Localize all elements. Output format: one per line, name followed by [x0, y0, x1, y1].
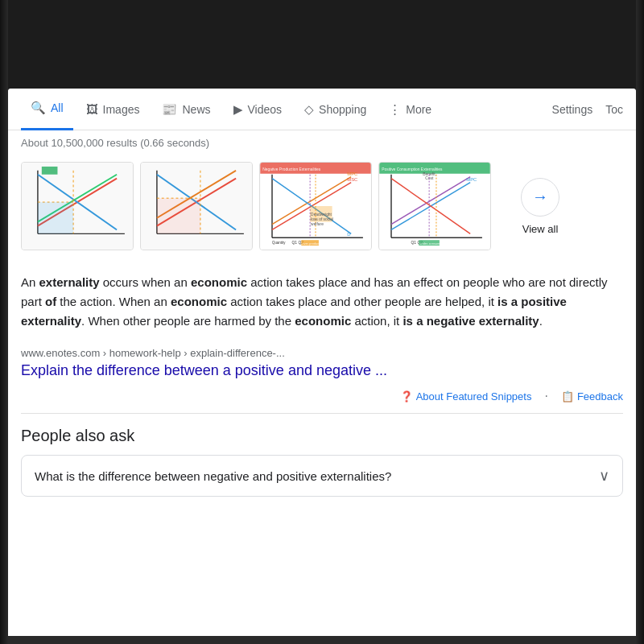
feedback-label: Feedback: [577, 390, 623, 402]
left-shadow: [0, 0, 8, 644]
svg-text:D: D: [347, 232, 350, 237]
tools-link[interactable]: Toc: [605, 103, 623, 116]
graph-1[interactable]: [21, 162, 134, 250]
result-title-link[interactable]: Explain the difference between a positiv…: [21, 362, 623, 379]
right-shadow: [636, 0, 644, 644]
top-bar: [0, 0, 644, 89]
images-icon: 🖼: [86, 102, 98, 116]
all-icon: 🔍: [31, 101, 46, 115]
shopping-icon: ◇: [304, 102, 314, 117]
svg-text:MPC: MPC: [347, 171, 358, 176]
arrow-right-icon: →: [532, 188, 548, 206]
tab-all[interactable]: 🔍 All: [21, 89, 73, 130]
tab-news-label: News: [182, 103, 210, 116]
tab-all-label: All: [51, 101, 64, 114]
question-icon: ❓: [400, 390, 413, 402]
graph-3[interactable]: Negative Production Externalities MSC MP…: [259, 162, 372, 250]
main-content: Negative Production Externalities MSC MP…: [8, 155, 636, 510]
videos-icon: ▶: [233, 102, 243, 117]
tabs-right: Settings Toc: [552, 103, 623, 116]
view-all-label: View all: [522, 223, 559, 235]
svg-text:loss of social: loss of social: [311, 217, 333, 221]
news-icon: 📰: [162, 102, 177, 117]
paa-title: People also ask: [21, 427, 623, 445]
images-row: Negative Production Externalities MSC MP…: [21, 155, 623, 257]
paa-section: People also ask What is the difference b…: [21, 413, 623, 497]
tab-videos-label: Videos: [248, 103, 283, 116]
graph-4[interactable]: Positive Consumption Externalities MPC B…: [378, 162, 491, 250]
tab-news[interactable]: 📰 News: [152, 89, 220, 130]
graph-2[interactable]: [140, 162, 253, 250]
more-icon: ⋮: [389, 102, 401, 117]
svg-text:Negative Production Externalit: Negative Production Externalities: [262, 167, 321, 171]
dot-separator: ·: [544, 389, 547, 403]
screen-frame: 🔍 All 🖼 Images 📰 News ▶ Videos ◇ Shoppin…: [0, 0, 644, 644]
svg-text:MPC: MPC: [466, 177, 477, 182]
svg-rect-18: [157, 198, 200, 233]
snippet-text: An externality occurs when an economic a…: [21, 270, 623, 334]
svg-rect-6: [42, 167, 58, 175]
tab-shopping-label: Shopping: [319, 103, 366, 116]
svg-text:under-consumption: under-consumption: [419, 242, 446, 246]
view-all-button[interactable]: → View all: [504, 162, 576, 250]
results-count: About 10,500,000 results (0.66 seconds): [8, 130, 636, 155]
tab-videos[interactable]: ▶ Videos: [224, 89, 292, 130]
feedback-icon: 📋: [561, 390, 574, 402]
view-all-arrow-circle: →: [521, 178, 559, 217]
tab-more-label: More: [406, 103, 431, 116]
svg-text:Deadweight: Deadweight: [311, 213, 332, 217]
tab-images-label: Images: [103, 103, 140, 116]
paa-question-0[interactable]: What is the difference between negative …: [21, 455, 623, 497]
about-snippets-link[interactable]: ❓ About Featured Snippets: [400, 390, 532, 402]
svg-text:MSC: MSC: [347, 177, 358, 182]
about-snippets-label: About Featured Snippets: [416, 390, 532, 402]
tab-images[interactable]: 🖼 Images: [76, 89, 150, 130]
source-url: www.enotes.com › homework-help › explain…: [21, 347, 623, 359]
snippet-footer: ❓ About Featured Snippets · 📋 Feedback: [21, 386, 623, 413]
tabs-bar: 🔍 All 🖼 Images 📰 News ▶ Videos ◇ Shoppin…: [8, 89, 636, 130]
tab-shopping[interactable]: ◇ Shopping: [295, 89, 376, 130]
paa-question-text-0: What is the difference between negative …: [35, 469, 391, 483]
svg-text:over-production: over-production: [302, 242, 324, 246]
svg-text:Positive Consumption Externali: Positive Consumption Externalities: [382, 167, 443, 171]
svg-text:Quantity: Quantity: [272, 241, 286, 245]
feedback-button[interactable]: 📋 Feedback: [561, 390, 623, 402]
settings-link[interactable]: Settings: [552, 103, 593, 116]
browser-area: 🔍 All 🖼 Images 📰 News ▶ Videos ◇ Shoppin…: [8, 89, 636, 636]
svg-text:welfare: welfare: [311, 222, 324, 226]
tab-more[interactable]: ⋮ More: [379, 89, 441, 130]
svg-rect-9: [38, 202, 73, 233]
chevron-down-icon: ∨: [599, 467, 609, 485]
